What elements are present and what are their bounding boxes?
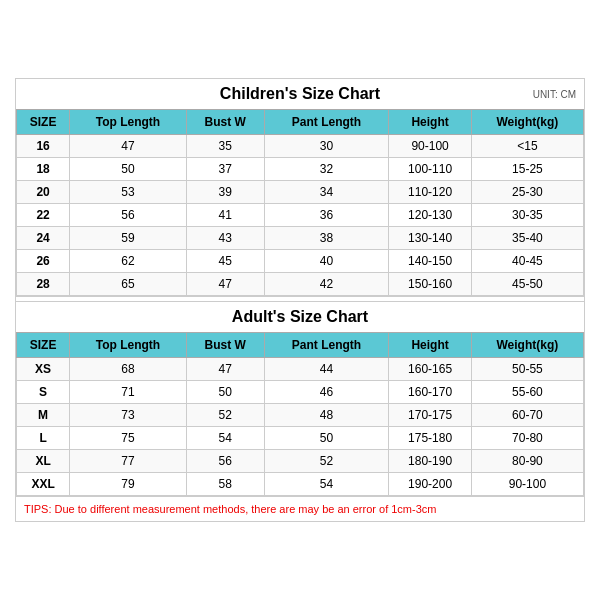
children-col-top-length: Top Length [70, 110, 187, 135]
table-cell: 75 [70, 427, 187, 450]
adult-col-height: Height [389, 333, 471, 358]
table-cell: 120-130 [389, 204, 471, 227]
table-cell: 50 [186, 381, 264, 404]
table-cell: 30-35 [471, 204, 583, 227]
table-cell: 30 [264, 135, 389, 158]
table-cell: S [17, 381, 70, 404]
table-cell: 24 [17, 227, 70, 250]
table-cell: 54 [186, 427, 264, 450]
table-cell: 175-180 [389, 427, 471, 450]
table-cell: 36 [264, 204, 389, 227]
children-col-bust-w: Bust W [186, 110, 264, 135]
table-row: XXL795854190-20090-100 [17, 473, 584, 496]
table-row: 24594338130-14035-40 [17, 227, 584, 250]
table-cell: 45-50 [471, 273, 583, 296]
table-cell: 37 [186, 158, 264, 181]
children-col-height: Height [389, 110, 471, 135]
table-cell: 44 [264, 358, 389, 381]
table-cell: 110-120 [389, 181, 471, 204]
table-cell: 40 [264, 250, 389, 273]
table-cell: 53 [70, 181, 187, 204]
table-cell: 90-100 [389, 135, 471, 158]
table-row: 22564136120-13030-35 [17, 204, 584, 227]
table-cell: 47 [186, 273, 264, 296]
table-cell: 79 [70, 473, 187, 496]
table-row: S715046160-17055-60 [17, 381, 584, 404]
table-cell: 160-170 [389, 381, 471, 404]
table-row: L755450175-18070-80 [17, 427, 584, 450]
table-cell: 35 [186, 135, 264, 158]
adult-title-row: Adult's Size Chart [16, 302, 584, 332]
table-cell: 160-165 [389, 358, 471, 381]
children-header-row: SIZE Top Length Bust W Pant Length Heigh… [17, 110, 584, 135]
table-cell: 70-80 [471, 427, 583, 450]
table-cell: 56 [70, 204, 187, 227]
tips-text: TIPS: Due to different measurement metho… [24, 503, 436, 515]
table-cell: 34 [264, 181, 389, 204]
adult-col-pant-length: Pant Length [264, 333, 389, 358]
adult-table: SIZE Top Length Bust W Pant Length Heigh… [16, 332, 584, 496]
table-cell: 59 [70, 227, 187, 250]
children-col-pant-length: Pant Length [264, 110, 389, 135]
adult-col-size: SIZE [17, 333, 70, 358]
table-cell: 54 [264, 473, 389, 496]
table-cell: 35-40 [471, 227, 583, 250]
table-cell: 56 [186, 450, 264, 473]
table-cell: 77 [70, 450, 187, 473]
children-col-weight: Weight(kg) [471, 110, 583, 135]
table-cell: 60-70 [471, 404, 583, 427]
table-cell: L [17, 427, 70, 450]
table-cell: 90-100 [471, 473, 583, 496]
table-cell: 140-150 [389, 250, 471, 273]
table-cell: 100-110 [389, 158, 471, 181]
adult-section-title: Adult's Size Chart [232, 308, 368, 325]
table-row: XS684744160-16550-55 [17, 358, 584, 381]
table-cell: XXL [17, 473, 70, 496]
table-cell: 22 [17, 204, 70, 227]
adult-col-top-length: Top Length [70, 333, 187, 358]
table-cell: 25-30 [471, 181, 583, 204]
adult-col-bust-w: Bust W [186, 333, 264, 358]
table-cell: XS [17, 358, 70, 381]
adult-header-row: SIZE Top Length Bust W Pant Length Heigh… [17, 333, 584, 358]
table-cell: 32 [264, 158, 389, 181]
table-cell: 55-60 [471, 381, 583, 404]
table-row: 26624540140-15040-45 [17, 250, 584, 273]
table-cell: <15 [471, 135, 583, 158]
table-cell: 52 [186, 404, 264, 427]
table-cell: 58 [186, 473, 264, 496]
unit-label: UNIT: CM [533, 89, 576, 100]
table-cell: 68 [70, 358, 187, 381]
table-cell: 43 [186, 227, 264, 250]
children-title-row: Children's Size Chart UNIT: CM [16, 79, 584, 109]
table-cell: 52 [264, 450, 389, 473]
table-cell: 50 [70, 158, 187, 181]
table-row: 1647353090-100<15 [17, 135, 584, 158]
table-cell: 47 [70, 135, 187, 158]
table-cell: 38 [264, 227, 389, 250]
table-cell: 180-190 [389, 450, 471, 473]
table-cell: 48 [264, 404, 389, 427]
table-cell: M [17, 404, 70, 427]
table-row: 20533934110-12025-30 [17, 181, 584, 204]
table-cell: 62 [70, 250, 187, 273]
table-cell: 50 [264, 427, 389, 450]
table-row: XL775652180-19080-90 [17, 450, 584, 473]
table-cell: 65 [70, 273, 187, 296]
table-cell: 150-160 [389, 273, 471, 296]
tips-row: TIPS: Due to different measurement metho… [16, 496, 584, 521]
table-cell: 41 [186, 204, 264, 227]
table-cell: 45 [186, 250, 264, 273]
table-cell: 20 [17, 181, 70, 204]
table-cell: 15-25 [471, 158, 583, 181]
table-cell: 16 [17, 135, 70, 158]
table-cell: 28 [17, 273, 70, 296]
table-cell: 47 [186, 358, 264, 381]
table-cell: 71 [70, 381, 187, 404]
table-cell: 42 [264, 273, 389, 296]
table-cell: 46 [264, 381, 389, 404]
table-cell: 73 [70, 404, 187, 427]
children-col-size: SIZE [17, 110, 70, 135]
size-chart-container: Children's Size Chart UNIT: CM SIZE Top … [15, 78, 585, 522]
table-cell: 50-55 [471, 358, 583, 381]
